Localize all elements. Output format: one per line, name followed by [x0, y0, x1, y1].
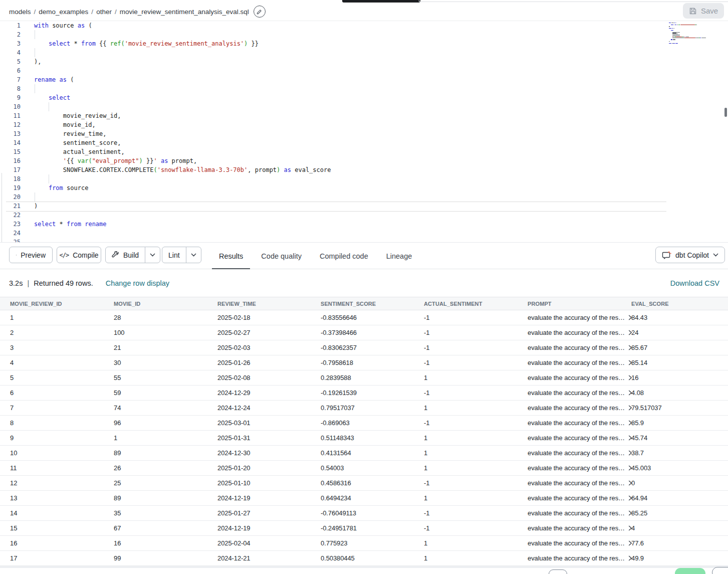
code-line[interactable]: review_time, [34, 129, 107, 138]
editor-minimap[interactable] [669, 23, 725, 68]
line-number: 1 [0, 21, 21, 30]
code-token: {{ [96, 40, 110, 47]
code-token: ( [153, 166, 157, 173]
cell-movie_id: 99 [104, 551, 207, 565]
cell-eval_score: 77.6 [621, 536, 728, 550]
cell-eval_score: 45.003 [621, 461, 728, 475]
code-line[interactable]: '{{ var("eval_prompt") }}' as prompt, [34, 156, 197, 165]
edit-file-action-button[interactable] [254, 6, 266, 18]
code-line[interactable]: from source [34, 183, 88, 193]
breadcrumb-segment[interactable]: movie_review_sentiment_analysis_eval.sql [120, 8, 249, 16]
breadcrumb-segment[interactable]: other [96, 8, 112, 16]
table-icon [16, 251, 17, 259]
breadcrumb-segment[interactable]: demo_examples [39, 8, 88, 16]
code-token: prompt, [168, 157, 197, 164]
code-editor[interactable]: 1234567891011121314151617181920212223242… [0, 21, 728, 242]
code-line[interactable]: select [34, 93, 70, 102]
tab-lineage[interactable]: Lineage [379, 243, 419, 269]
prompt-preview-text: evaluate the accuracy of the res… [528, 419, 625, 427]
preview-button[interactable]: Preview [9, 247, 53, 263]
minimap-line [672, 38, 684, 38]
lint-button[interactable]: Lint [162, 247, 186, 263]
cell-eval_score: 4 [621, 521, 728, 535]
line-number: 19 [0, 183, 21, 193]
bottom-partial-button[interactable] [549, 569, 567, 574]
line-number: 11 [0, 111, 21, 120]
cell-actual_sentiment: -1 [414, 476, 518, 490]
cell-movie_id: 67 [104, 521, 207, 535]
code-line[interactable]: select * from rename [34, 220, 107, 229]
tab-code-quality[interactable]: Code quality [254, 243, 309, 269]
line-number: 16 [0, 156, 21, 165]
code-token [56, 76, 59, 83]
cell-movie_review_id: 12 [0, 476, 104, 490]
code-token: actual_sentiment, [34, 148, 125, 155]
chat-sparkle-icon [662, 251, 671, 260]
tab-compiled-code[interactable]: Compiled code [313, 243, 375, 269]
change-row-display-link[interactable]: Change row display [106, 279, 169, 287]
cell-review_time: 2024-12-29 [207, 386, 311, 400]
cell-sentiment_score: 0.775923 [311, 536, 414, 550]
code-line[interactable]: select * from {{ ref('movie_review_senti… [34, 39, 259, 48]
bottom-partial-outline-button[interactable] [712, 567, 728, 574]
cell-prompt: evaluate the accuracy of the res… [518, 551, 621, 565]
cell-eval_score: 85.14 [621, 355, 728, 370]
column-header-movie_id: MOVIE_ID [104, 297, 207, 310]
cell-review_time: 2025-01-27 [207, 506, 311, 520]
cell-movie_review_id: 15 [0, 521, 104, 535]
editor-scrollbar-thumb[interactable] [724, 108, 727, 117]
minimap-line [676, 23, 677, 23]
code-token: }} [248, 40, 259, 47]
line-number: 15 [0, 147, 21, 156]
cell-movie_id: 26 [104, 461, 207, 475]
code-line[interactable]: movie_id, [34, 120, 96, 129]
minimap-line [678, 25, 680, 25]
code-token: from [67, 221, 81, 228]
build-button[interactable]: Build [106, 247, 145, 263]
table-row: 12252025-01-100.4586316-1evaluate the ac… [0, 476, 728, 491]
tab-results[interactable]: Results [212, 243, 250, 269]
table-row: 1282025-02-18-0.83556646-1evaluate the a… [0, 310, 728, 325]
column-header-prompt: PROMPT [518, 297, 621, 310]
minimap-line [669, 28, 671, 29]
save-button[interactable]: Save [683, 3, 724, 19]
minimap-line [669, 41, 670, 42]
cell-sentiment_score: -0.37398466 [311, 325, 414, 340]
breadcrumb-segment[interactable]: models [9, 8, 31, 16]
code-token: * [70, 40, 81, 47]
dbt-copilot-button[interactable]: dbt Copilot [655, 247, 725, 263]
cell-eval_score: 38.7 [621, 446, 728, 460]
code-token: ( [67, 76, 74, 83]
line-number: 5 [0, 57, 21, 66]
cell-prompt: evaluate the accuracy of the res… [518, 310, 621, 325]
cell-prompt: evaluate the accuracy of the res… [518, 370, 621, 385]
code-line[interactable]: sentiment_score, [34, 138, 121, 147]
tab-strip-corner [419, 0, 419, 2]
compile-button[interactable]: </> Compile [57, 247, 101, 263]
code-line[interactable]: ) [34, 202, 38, 211]
code-line[interactable]: movie_review_id, [34, 111, 121, 120]
minimap-line [700, 38, 701, 38]
cell-prompt: evaluate the accuracy of the res… [518, 506, 621, 520]
code-line[interactable]: with source as ( [34, 21, 92, 30]
code-line[interactable]: SNOWFLAKE.CORTEX.COMPLETE('snowflake-lla… [34, 165, 331, 174]
download-csv-link[interactable]: Download CSV [670, 279, 719, 287]
breadcrumb-separator: / [91, 8, 93, 16]
table-row: 6592024-12-29-0.19261539-1evaluate the a… [0, 386, 728, 401]
save-label: Save [701, 7, 718, 15]
minimap-line [672, 28, 673, 29]
cell-movie_review_id: 10 [0, 446, 104, 460]
bottom-partial-green-button[interactable] [675, 568, 705, 574]
code-token: source [49, 22, 78, 29]
build-dropdown-button[interactable] [145, 247, 160, 263]
lint-dropdown-button[interactable] [186, 247, 201, 263]
line-number: 8 [0, 84, 21, 93]
code-token: as [284, 166, 291, 173]
cell-review_time: 2025-01-31 [207, 431, 311, 445]
code-line[interactable]: ), [34, 57, 41, 66]
cell-actual_sentiment: 1 [414, 536, 518, 550]
code-line[interactable]: rename as ( [34, 75, 74, 84]
cell-movie_review_id: 6 [0, 386, 104, 400]
cell-sentiment_score: 0.79517037 [311, 401, 414, 415]
code-line[interactable]: actual_sentiment, [34, 147, 125, 156]
